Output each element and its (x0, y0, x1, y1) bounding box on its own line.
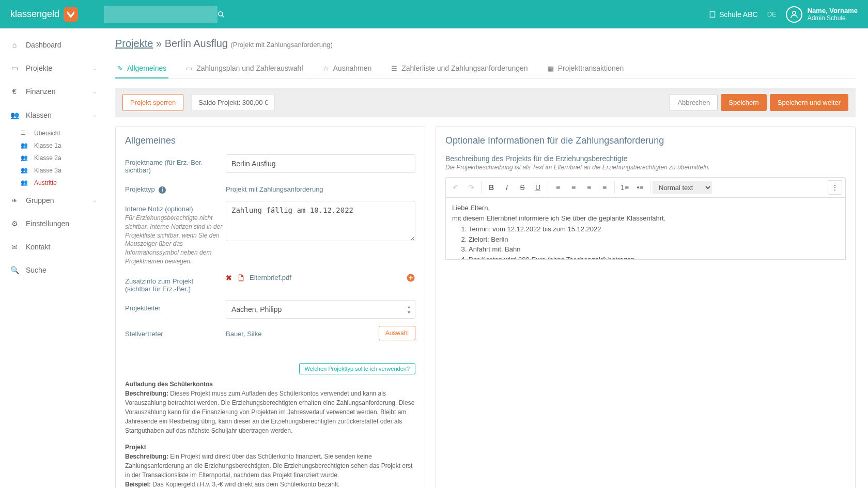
top-header: klassengeld Schule ABC DE Name, Vorname … (0, 0, 868, 28)
right-hint: Die Projektbeschreibung ist als Text im … (445, 164, 846, 171)
add-attachment-icon[interactable] (406, 273, 415, 282)
card-icon: ▭ (9, 62, 20, 75)
unordered-list-icon[interactable]: •≡ (632, 180, 648, 195)
sidebar-item-suche[interactable]: 🔍Suche (0, 259, 106, 282)
svg-line-1 (222, 15, 224, 17)
tab-allgemeines[interactable]: ✎Allgemeines (115, 59, 168, 78)
list-icon: ☰ (21, 130, 30, 136)
sidebar-item-projekte[interactable]: ▭Projekte⌄ (0, 57, 106, 80)
info-icon[interactable]: i (159, 186, 166, 194)
desc-projekt: Projekt Beschreibung: Ein Projekt wird d… (125, 443, 415, 488)
breadcrumb-subtitle: (Projekt mit Zahlungsanforderung) (230, 41, 332, 49)
user-block[interactable]: Name, Vorname Admin Schule (786, 6, 858, 23)
sidebar-sub-austritte[interactable]: 👥Austritte (0, 177, 106, 189)
sidebar-item-dashboard[interactable]: ⌂Dashboard (0, 34, 106, 57)
tab-zahlungsplan[interactable]: ▭Zahlungsplan und Zahlerauswahl (184, 59, 305, 78)
save-button[interactable]: Speichern (721, 94, 767, 111)
leader-select[interactable]: Aachen, Philipp (226, 300, 415, 319)
avatar-icon (786, 6, 802, 23)
pencil-icon: ✎ (117, 65, 123, 72)
logo[interactable]: klassengeld (10, 7, 78, 22)
sidebar-item-kontakt[interactable]: ✉Kontakt (0, 235, 106, 259)
align-left-icon[interactable]: ≡ (550, 180, 566, 195)
panel-optional-info: Optionale Informationen für die Zahlungs… (436, 127, 856, 488)
ordered-list-icon[interactable]: 1≡ (617, 180, 632, 195)
calendar-icon: ▦ (548, 65, 554, 72)
sidebar-item-einstellungen[interactable]: ⚙Einstellungen (0, 212, 106, 235)
pdf-icon (237, 274, 244, 282)
users-icon: 👥 (21, 142, 30, 149)
right-panel-title: Optionale Informationen für die Zahlungs… (445, 135, 846, 146)
sidebar-sub-uebersicht[interactable]: ☰Übersicht (0, 127, 106, 139)
tab-transaktionen[interactable]: ▦Projekttransaktionen (546, 59, 626, 78)
sidebar-sub-klasse1a[interactable]: 👥Klasse 1a (0, 139, 106, 152)
fox-icon (64, 7, 78, 22)
breadcrumb-root[interactable]: Projekte (115, 38, 153, 49)
header-right: Schule ABC DE Name, Vorname Admin Schule (709, 6, 858, 23)
users-icon: 👥 (21, 179, 30, 186)
language-toggle[interactable]: DE (767, 10, 777, 18)
label-deputy: Stellvertreter (125, 326, 226, 338)
school-badge[interactable]: Schule ABC (709, 10, 758, 19)
more-options-icon[interactable]: ⋮ (828, 180, 842, 195)
strike-icon[interactable]: S (515, 180, 530, 195)
align-right-icon[interactable]: ≡ (581, 180, 597, 195)
sidebar: ⌂Dashboard ▭Projekte⌄ €Finanzen⌄ 👥Klasse… (0, 28, 106, 488)
user-role: Admin Schule (808, 14, 858, 22)
breadcrumb-current: Berlin Ausflug (165, 38, 228, 49)
search-input[interactable] (104, 6, 218, 23)
underline-icon[interactable]: U (530, 180, 546, 195)
undo-icon[interactable]: ↶ (448, 180, 463, 195)
projectname-input[interactable] (226, 154, 415, 173)
align-justify-icon[interactable]: ≡ (597, 180, 612, 195)
desc-aufladung: Aufladung des Schülerkontos Beschreibung… (125, 380, 415, 435)
svg-point-0 (219, 11, 223, 15)
breadcrumb: Projekte » Berlin Ausflug (Projekt mit Z… (115, 38, 856, 50)
delete-attachment-icon[interactable]: ✖ (226, 274, 232, 282)
bold-icon[interactable]: B (484, 180, 499, 195)
star-icon: ☆ (323, 65, 329, 72)
saldo-display: Saldo Projekt: 300,00 € (192, 94, 275, 111)
euro-icon: € (9, 85, 20, 98)
logo-text: klassengeld (10, 9, 59, 20)
cancel-button[interactable]: Abbrechen (670, 94, 718, 111)
chevron-down-icon: ⌄ (92, 64, 97, 73)
chevron-down-icon: ⌄ (92, 111, 97, 120)
home-icon: ⌂ (9, 39, 20, 52)
svg-point-6 (793, 11, 796, 14)
sidebar-sub-klasse3a[interactable]: 👥Klasse 3a (0, 164, 106, 177)
chevron-down-icon: ⌄ (92, 196, 97, 205)
label-leader: Projektleiter (125, 300, 226, 312)
align-center-icon[interactable]: ≡ (566, 180, 581, 195)
sidebar-item-finanzen[interactable]: €Finanzen⌄ (0, 80, 106, 103)
projecttype-value: Projekt mit Zahlungsanforderung (226, 181, 415, 193)
panel-allgemeines: Allgemeines Projektname (für Erz.-Ber. s… (115, 127, 425, 488)
search-button[interactable] (218, 6, 235, 23)
school-name: Schule ABC (719, 10, 758, 19)
rte-editor[interactable]: Liebe Eltern, mit diesem Elternbrief inf… (445, 198, 846, 260)
users-icon: 👥 (21, 167, 30, 174)
sidebar-sub-klassen: ☰Übersicht 👥Klasse 1a 👥Klasse 2a 👥Klasse… (0, 127, 106, 189)
lock-project-button[interactable]: Projekt sperren (122, 94, 183, 111)
auswahl-button[interactable]: Auswahl (379, 326, 415, 340)
redo-icon[interactable]: ↷ (463, 180, 479, 195)
user-name: Name, Vorname (808, 7, 858, 14)
attachment-name[interactable]: Elternbrief.pdf (250, 274, 291, 281)
main-content: Projekte » Berlin Ausflug (Projekt mit Z… (106, 28, 868, 488)
italic-icon[interactable]: I (499, 180, 515, 195)
chevron-down-icon: ⌄ (92, 87, 97, 97)
list-icon: ☰ (391, 65, 397, 72)
tab-ausnahmen[interactable]: ☆Ausnahmen (321, 59, 374, 78)
tab-zahlerliste[interactable]: ☰Zahlerliste und Zahlungsanforderungen (389, 59, 530, 78)
sidebar-sub-klasse2a[interactable]: 👥Klasse 2a (0, 152, 106, 164)
users-icon: 👥 (9, 109, 20, 122)
save-next-button[interactable]: Speichern und weiter (770, 94, 848, 111)
internnote-textarea[interactable]: Zahlung fällig am 10.12.2022 (226, 201, 415, 241)
help-projecttype-button[interactable]: Welchen Projekttyp sollte ich verwenden? (299, 363, 415, 374)
users-icon: 👥 (21, 154, 30, 161)
sidebar-item-gruppen[interactable]: ❧Gruppen⌄ (0, 189, 106, 212)
format-select[interactable]: Normal text (653, 181, 712, 194)
right-subtitle: Beschreibung des Projekts für die Erzieh… (445, 154, 846, 163)
card-icon: ▭ (186, 65, 192, 72)
sidebar-item-klassen[interactable]: 👥Klassen⌄ (0, 104, 106, 127)
